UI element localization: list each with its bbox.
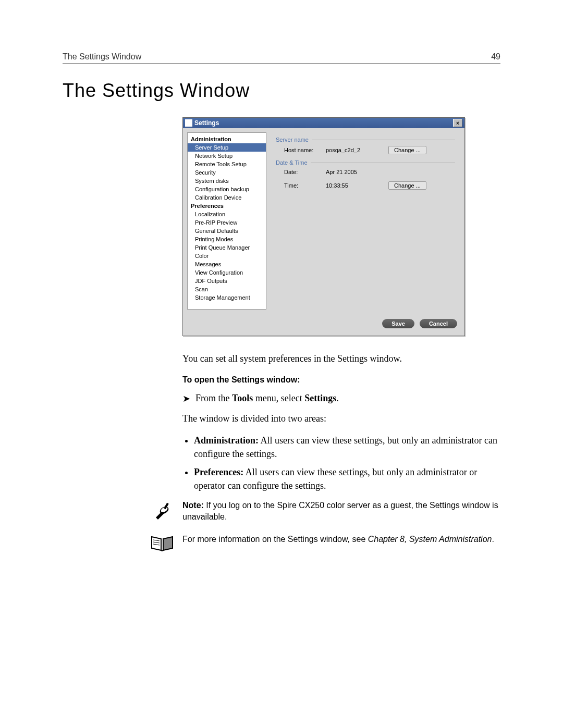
date-label: Date: xyxy=(284,169,321,175)
cancel-button[interactable]: Cancel xyxy=(420,319,457,328)
divider-line xyxy=(311,163,455,163)
sidebar-item-messages[interactable]: Messages xyxy=(188,260,266,268)
step-text-part: From the xyxy=(195,393,232,403)
sidebar-item-calibration-device[interactable]: Calibration Device xyxy=(188,193,266,202)
step-bold-tools: Tools xyxy=(232,393,253,403)
pushpin-icon xyxy=(149,500,175,522)
reference-post: . xyxy=(492,535,494,544)
procedure-step: ➤ From the Tools menu, select Settings. xyxy=(182,393,500,404)
areas-list: Administration: All users can view these… xyxy=(182,434,500,492)
reference-block: For more information on the Settings win… xyxy=(149,534,500,552)
divider-line xyxy=(312,140,455,140)
window-footer: Save Cancel xyxy=(183,314,464,336)
sidebar-item-server-setup[interactable]: Server Setup xyxy=(188,143,266,152)
row-time: Time: 10:33:55 Change ... xyxy=(276,178,455,193)
sidebar-item-remote-tools-setup[interactable]: Remote Tools Setup xyxy=(188,160,266,168)
settings-window: Settings × Administration Server Setup N… xyxy=(182,117,465,336)
titlebar: Settings × xyxy=(183,118,464,128)
sidebar-item-jdf-outputs[interactable]: JDF Outputs xyxy=(188,277,266,285)
sidebar-item-color[interactable]: Color xyxy=(188,252,266,260)
list-item: Administration: All users can view these… xyxy=(194,434,500,461)
note-label: Note: xyxy=(182,501,204,510)
bullet-label-administration: Administration: xyxy=(194,435,259,446)
list-item: Preferences: All users can view these se… xyxy=(194,465,500,492)
step-text: From the Tools menu, select Settings. xyxy=(195,393,339,404)
time-value: 10:33:55 xyxy=(326,182,383,189)
header-left: The Settings Window xyxy=(63,52,141,61)
sidebar-item-security[interactable]: Security xyxy=(188,168,266,177)
bullet-label-preferences: Preferences: xyxy=(194,467,243,477)
page-header: The Settings Window 49 xyxy=(63,52,500,64)
save-button[interactable]: Save xyxy=(382,319,414,328)
sidebar-category-preferences: Preferences xyxy=(188,202,266,210)
sidebar-item-storage-management[interactable]: Storage Management xyxy=(188,293,266,302)
sidebar-item-configuration-backup[interactable]: Configuration backup xyxy=(188,185,266,193)
step-arrow-icon: ➤ xyxy=(182,393,190,404)
window-title: Settings xyxy=(194,119,219,127)
book-icon xyxy=(149,534,175,552)
reference-pre: For more information on the Settings win… xyxy=(182,535,368,544)
step-text-part: . xyxy=(336,393,339,403)
date-value: Apr 21 2005 xyxy=(326,169,383,175)
sidebar-item-print-queue-manager[interactable]: Print Queue Manager xyxy=(188,243,266,252)
procedure-heading: To open the Settings window: xyxy=(182,374,500,386)
sidebar-item-view-configuration[interactable]: View Configuration xyxy=(188,268,266,277)
group-server-name-label: Server name xyxy=(276,137,309,143)
areas-intro: The window is divided into two areas: xyxy=(182,412,500,425)
change-datetime-button[interactable]: Change ... xyxy=(388,181,426,190)
sidebar-item-pre-rip-preview[interactable]: Pre-RIP Preview xyxy=(188,218,266,227)
group-date-time-label: Date & Time xyxy=(276,159,308,166)
row-date: Date: Apr 21 2005 xyxy=(276,166,455,178)
step-bold-settings: Settings xyxy=(304,393,336,403)
note-text: Note: If you log on to the Spire CX250 c… xyxy=(182,500,500,523)
sidebar-item-general-defaults[interactable]: General Defaults xyxy=(188,227,266,235)
sidebar-item-scan[interactable]: Scan xyxy=(188,285,266,293)
hostname-value: posqa_c2d_2 xyxy=(326,147,383,153)
sidebar-item-system-disks[interactable]: System disks xyxy=(188,177,266,185)
app-icon xyxy=(185,119,192,127)
sidebar-category-administration: Administration xyxy=(188,135,266,143)
close-icon[interactable]: × xyxy=(453,119,462,127)
intro-paragraph: You can set all system preferences in th… xyxy=(182,352,500,365)
page-number: 49 xyxy=(491,52,500,61)
row-hostname: Host name: posqa_c2d_2 Change ... xyxy=(276,143,455,157)
group-date-time: Date & Time xyxy=(276,159,455,166)
sidebar-item-printing-modes[interactable]: Printing Modes xyxy=(188,235,266,243)
sidebar-item-localization[interactable]: Localization xyxy=(188,210,266,218)
group-server-name: Server name xyxy=(276,137,455,143)
note-block: Note: If you log on to the Spire CX250 c… xyxy=(149,500,500,523)
step-text-part: menu, select xyxy=(253,393,304,403)
reference-link: Chapter 8, System Administration xyxy=(368,535,492,544)
settings-sidebar: Administration Server Setup Network Setu… xyxy=(187,132,266,310)
time-label: Time: xyxy=(284,182,321,189)
sidebar-item-network-setup[interactable]: Network Setup xyxy=(188,152,266,160)
change-hostname-button[interactable]: Change ... xyxy=(388,146,426,154)
settings-main-pane: Server name Host name: posqa_c2d_2 Chang… xyxy=(271,132,460,310)
note-body: If you log on to the Spire CX250 color s… xyxy=(182,501,498,521)
reference-text: For more information on the Settings win… xyxy=(182,534,494,545)
page-title: The Settings Window xyxy=(63,80,500,102)
hostname-label: Host name: xyxy=(284,147,321,153)
